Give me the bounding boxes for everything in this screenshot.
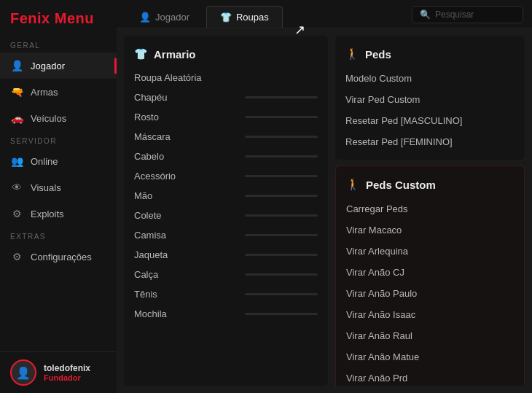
armas-icon: 🔫 bbox=[10, 85, 23, 98]
main-panel: 👤Jogador👕Roupas 🔍 👕 Armario Roupa Aleató… bbox=[117, 0, 532, 393]
sidebar-section-label: EXTRAS bbox=[0, 227, 117, 244]
left-column: 👕 Armario Roupa AleatóriaChapéuRostoMásc… bbox=[124, 36, 328, 386]
roupas-tab-icon: 👕 bbox=[220, 12, 232, 23]
peds-custom-item[interactable]: Virar Anão Matue bbox=[336, 346, 524, 367]
sidebar-item-label-visuals: Visuals bbox=[31, 182, 61, 193]
armario-item-label: Tênis bbox=[134, 289, 157, 300]
peds-custom-header: 🚶Peds Custom bbox=[336, 174, 524, 198]
sidebar-item-exploits[interactable]: ⚙Exploits bbox=[0, 201, 117, 227]
armario-item[interactable]: Cabelo bbox=[124, 147, 328, 166]
armario-item[interactable]: Chapéu bbox=[124, 87, 328, 107]
item-slider-bar bbox=[245, 214, 318, 217]
item-slider-bar bbox=[245, 175, 318, 177]
sidebar: Fenix Menu GERAL👤Jogador🔫Armas🚗VeículosS… bbox=[0, 0, 117, 393]
peds-custom-header-icon: 🚶 bbox=[346, 178, 360, 191]
sidebar-item-armas[interactable]: 🔫Armas bbox=[0, 79, 117, 105]
sidebar-item-configuracoes[interactable]: ⚙Configurações bbox=[0, 244, 117, 270]
sidebar-avatar-area: 👤 toledofenix Fundador bbox=[0, 351, 117, 393]
item-slider-bar bbox=[245, 234, 318, 236]
armario-items: Roupa AleatóriaChapéuRostoMáscaraCabeloA… bbox=[124, 68, 328, 324]
peds-custom-item[interactable]: Virar Anão Raul bbox=[336, 325, 524, 346]
content-area: 👕 Armario Roupa AleatóriaChapéuRostoMásc… bbox=[117, 28, 532, 393]
armario-item-label: Mochila bbox=[134, 308, 167, 319]
armario-item[interactable]: Tênis bbox=[124, 284, 328, 304]
armario-item-label: Mão bbox=[134, 190, 152, 201]
armario-item[interactable]: Jaqueta bbox=[124, 245, 328, 265]
item-slider-bar bbox=[245, 96, 318, 98]
peds-item[interactable]: Modelo Custom bbox=[335, 68, 525, 89]
tabs-container: 👤Jogador👕Roupas bbox=[125, 6, 283, 28]
armario-item[interactable]: Rosto bbox=[124, 107, 328, 127]
item-slider-bar bbox=[245, 195, 318, 197]
section-peds: 🚶PedsModelo CustomVirar Ped CustomReseta… bbox=[335, 36, 525, 160]
armario-item-label: Cabelo bbox=[134, 151, 164, 162]
tab-jogador[interactable]: 👤Jogador bbox=[125, 6, 203, 28]
peds-custom-item[interactable]: Virar Anão Isaac bbox=[336, 304, 524, 325]
sidebar-item-online[interactable]: 👥Online bbox=[0, 148, 117, 174]
sidebar-item-label-configuracoes: Configurações bbox=[31, 252, 92, 262]
avatar: 👤 bbox=[10, 359, 36, 386]
item-slider-bar bbox=[245, 136, 318, 138]
item-slider-bar bbox=[245, 155, 318, 157]
armario-item[interactable]: Colete bbox=[124, 206, 328, 225]
peds-item[interactable]: Resetar Ped [MASCULINO] bbox=[335, 110, 525, 131]
peds-custom-item[interactable]: Virar Macaco bbox=[336, 219, 524, 241]
tab-label-roupas: Roupas bbox=[236, 12, 269, 23]
peds-header-icon: 🚶 bbox=[345, 47, 359, 61]
armario-item-label: Acessório bbox=[134, 171, 176, 182]
sidebar-sections: GERAL👤Jogador🔫Armas🚗VeículosSERVIDOR👥Onl… bbox=[0, 36, 117, 270]
armario-item-label: Chapéu bbox=[134, 92, 168, 103]
visuals-icon: 👁 bbox=[10, 181, 23, 194]
app-title: Fenix Menu bbox=[0, 0, 117, 36]
avatar-name: toledofenix bbox=[44, 363, 90, 373]
peds-custom-item[interactable]: Virar Anão Paulo bbox=[336, 283, 524, 304]
online-icon: 👥 bbox=[10, 155, 23, 168]
item-slider-bar bbox=[245, 273, 318, 276]
armario-item-label: Jaqueta bbox=[134, 249, 168, 260]
item-slider-bar bbox=[245, 293, 318, 295]
item-slider-bar bbox=[245, 313, 318, 315]
item-slider-bar bbox=[245, 116, 318, 118]
jogador-tab-icon: 👤 bbox=[139, 12, 151, 23]
sidebar-item-visuals[interactable]: 👁Visuals bbox=[0, 174, 117, 201]
sidebar-item-label-armas: Armas bbox=[31, 87, 58, 98]
sidebar-section-label: SERVIDOR bbox=[0, 131, 117, 148]
armario-header: 👕 Armario bbox=[124, 43, 328, 68]
peds-item[interactable]: Resetar Ped [FEMININO] bbox=[335, 131, 525, 152]
tab-label-jogador: Jogador bbox=[155, 12, 189, 23]
peds-custom-item[interactable]: Virar Arlequina bbox=[336, 241, 524, 262]
tabs-bar: 👤Jogador👕Roupas 🔍 bbox=[117, 0, 532, 28]
avatar-role: Fundador bbox=[44, 373, 90, 382]
search-input[interactable] bbox=[435, 9, 515, 20]
armario-item[interactable]: Mão bbox=[124, 186, 328, 206]
armario-item-label: Roupa Aleatória bbox=[134, 72, 202, 83]
sidebar-item-label-veiculos: Veículos bbox=[31, 113, 66, 124]
armario-item[interactable]: Acessório bbox=[124, 166, 328, 186]
armario-item[interactable]: Camisa bbox=[124, 225, 328, 245]
search-container: 🔍 bbox=[412, 6, 523, 23]
peds-custom-title: Peds Custom bbox=[366, 179, 436, 191]
sidebar-item-label-online: Online bbox=[31, 156, 58, 167]
tab-roupas[interactable]: 👕Roupas bbox=[206, 6, 283, 28]
right-sections-container: 🚶PedsModelo CustomVirar Ped CustomReseta… bbox=[335, 36, 525, 386]
armario-item[interactable]: Mochila bbox=[124, 304, 328, 324]
sidebar-item-jogador[interactable]: 👤Jogador bbox=[0, 52, 117, 79]
armario-item[interactable]: Roupa Aleatória bbox=[124, 68, 328, 87]
peds-custom-item[interactable]: Virar Anão CJ bbox=[336, 262, 524, 283]
sidebar-item-veiculos[interactable]: 🚗Veículos bbox=[0, 105, 117, 131]
configuracoes-icon: ⚙ bbox=[10, 250, 23, 263]
armario-item[interactable]: Calça bbox=[124, 265, 328, 284]
peds-item[interactable]: Virar Ped Custom bbox=[335, 89, 525, 110]
peds-custom-item[interactable]: Carregar Peds bbox=[336, 198, 524, 219]
sidebar-section-label: GERAL bbox=[0, 36, 117, 52]
item-slider-bar bbox=[245, 254, 318, 256]
sidebar-item-label-jogador: Jogador bbox=[31, 61, 65, 71]
exploits-icon: ⚙ bbox=[10, 207, 23, 220]
peds-custom-item[interactable]: Virar Anão Prd bbox=[336, 367, 524, 386]
section-peds-custom: 🚶Peds CustomCarregar PedsVirar MacacoVir… bbox=[335, 166, 525, 386]
armario-item[interactable]: Máscara bbox=[124, 127, 328, 147]
armario-item-label: Camisa bbox=[134, 230, 166, 241]
sidebar-item-label-exploits: Exploits bbox=[31, 209, 64, 219]
right-column: 🚶PedsModelo CustomVirar Ped CustomReseta… bbox=[335, 36, 525, 386]
search-icon: 🔍 bbox=[420, 9, 431, 20]
